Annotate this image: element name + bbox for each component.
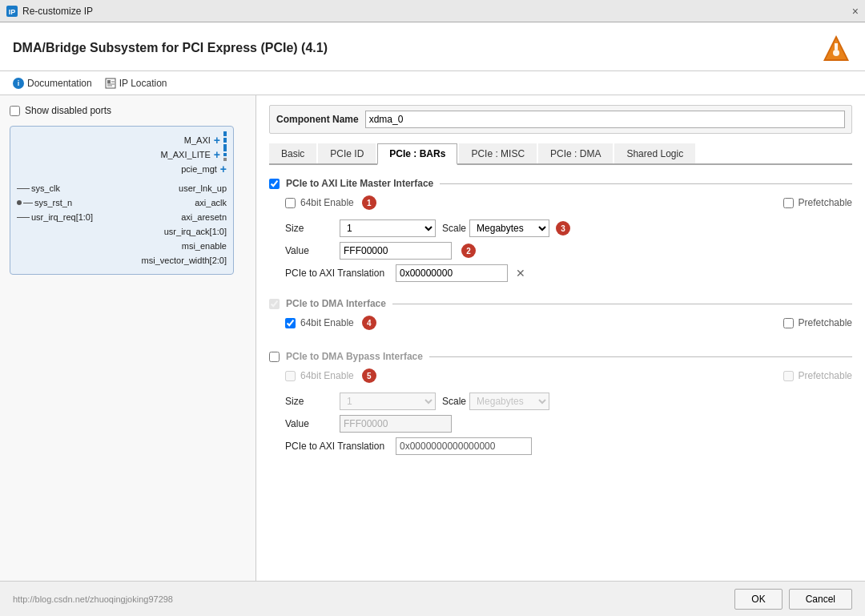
pci-bypass-content: 64bit Enable 5 Prefetchable Size 1 [285, 368, 852, 455]
tab-basic[interactable]: Basic [269, 143, 316, 163]
component-name-row: Component Name [269, 105, 852, 134]
pci-to-dma-header: PCIe to DMA Interface [269, 298, 852, 309]
pci-to-axi-translation-clear[interactable]: ✕ [514, 267, 527, 280]
pci-to-axi-size-row: Size 1248 Scale Kilobytes Megabytes Giga… [285, 219, 852, 237]
title-bar: IP Re-customize IP × [0, 0, 865, 22]
pci-to-axi-scale-label: Scale [442, 223, 466, 234]
documentation-link[interactable]: i Documentation [13, 78, 92, 89]
pci-bypass-title: PCIe to DMA Bypass Interface [286, 351, 423, 362]
cancel-button[interactable]: Cancel [789, 589, 852, 610]
pci-to-axi-value-input[interactable] [340, 242, 452, 260]
block-diagram: M_AXI + M_AXI_LITE + [10, 126, 234, 275]
pci-to-axi-section: PCIe to AXI Lite Master Interface 64bit … [269, 175, 852, 295]
component-name-input[interactable] [365, 111, 845, 128]
pci-to-dma-checkboxes: 64bit Enable 4 Prefetchable [285, 316, 852, 335]
tab-pcie-misc[interactable]: PCIe : MISC [459, 143, 537, 163]
svg-text:IP: IP [9, 8, 16, 16]
svg-rect-5 [835, 43, 838, 50]
pci-to-axi-enable-checkbox[interactable] [269, 179, 280, 189]
show-disabled-label: Show disabled ports [25, 105, 111, 116]
signal-row-pcie-mgt: pcie_mgt + [17, 162, 227, 176]
pci-bypass-translation-row: PCIe to AXI Translation [285, 437, 852, 455]
bottom-bar: http://blog.csdn.net/zhuoqingjoking97298… [0, 581, 865, 616]
pci-to-axi-64bit-checkbox[interactable] [285, 198, 296, 208]
pci-bypass-size-row: Size 1 Scale Kilobytes Megabytes Gigabyt… [285, 393, 852, 410]
pci-to-axi-size-select[interactable]: 1248 [340, 219, 436, 237]
pci-bypass-scale-row: Scale Kilobytes Megabytes Gigabytes [442, 393, 549, 410]
pci-bypass-64bit-checkbox[interactable] [285, 371, 296, 381]
pci-bypass-size-label: Size [285, 396, 333, 407]
toolbar: i Documentation IP Location [0, 71, 865, 95]
pci-to-axi-divider [440, 183, 852, 184]
pci-to-axi-translation-label: PCIe to AXI Translation [285, 268, 389, 279]
m-axi-plus[interactable]: + [214, 134, 220, 147]
show-disabled-checkbox[interactable] [10, 106, 20, 116]
pcie-mgt-plus[interactable]: + [220, 163, 227, 175]
m-axi-lite-plus[interactable]: + [214, 148, 220, 161]
pci-bypass-translation-input[interactable] [396, 437, 532, 455]
vivado-logo-icon [820, 32, 852, 64]
signal-row-msi-vector: msi_vector_width[2:0] [17, 253, 227, 268]
usr-irq-label: usr_irq_req[1:0] [31, 212, 93, 222]
pci-to-dma-enable-checkbox[interactable] [269, 299, 280, 309]
pci-bypass-value-input[interactable] [340, 415, 452, 433]
pci-bypass-prefetchable-checkbox[interactable] [783, 371, 794, 381]
pci-bypass-scale-label: Scale [442, 396, 466, 407]
pci-to-axi-64bit-row: 64bit Enable 1 [285, 195, 376, 210]
pci-bypass-scale-select[interactable]: Kilobytes Megabytes Gigabytes [469, 393, 549, 410]
pci-to-axi-content: 64bit Enable 1 Prefetchable Size 1248 [285, 195, 852, 282]
pci-to-dma-content: 64bit Enable 4 Prefetchable [285, 316, 852, 335]
pci-to-axi-size-label: Size [285, 223, 333, 234]
pci-bypass-size-select[interactable]: 1 [340, 393, 436, 410]
pci-bypass-checkboxes: 64bit Enable 5 Prefetchable [285, 368, 852, 388]
status-link[interactable]: http://blog.csdn.net/zhuoqingjoking97298 [13, 594, 173, 604]
badge-3: 3 [556, 221, 570, 236]
axi-aresetn-label: axi_aresetn [181, 212, 227, 222]
pci-to-axi-translation-input[interactable] [396, 264, 508, 282]
pci-bypass-prefetchable-label: Prefetchable [799, 370, 852, 381]
tab-pcie-bars[interactable]: PCIe : BARs [377, 143, 457, 165]
sys-rst-label: sys_rst_n [34, 198, 72, 207]
pci-to-axi-checkboxes: 64bit Enable 1 Prefetchable [285, 195, 852, 215]
app-icon: IP [6, 6, 18, 17]
badge-2: 2 [461, 244, 476, 258]
pci-bypass-divider [429, 356, 852, 357]
pci-bypass-enable-checkbox[interactable] [269, 352, 280, 362]
pci-to-axi-prefetchable-checkbox[interactable] [783, 198, 794, 208]
m-axi-label: M_AXI [184, 135, 211, 145]
pci-to-dma-64bit-row: 64bit Enable 4 [285, 316, 376, 330]
pci-to-dma-64bit-checkbox[interactable] [285, 318, 296, 328]
m-axi-lite-label: M_AXI_LITE [160, 150, 210, 159]
info-icon: i [13, 78, 24, 89]
pci-bypass-prefetchable-row: Prefetchable [783, 370, 852, 381]
ip-location-link[interactable]: IP Location [105, 78, 167, 89]
badge-5: 5 [362, 368, 376, 383]
tab-shared-logic[interactable]: Shared Logic [614, 143, 695, 163]
pci-bypass-64bit-label: 64bit Enable [300, 370, 354, 381]
pci-bypass-section: PCIe to DMA Bypass Interface 64bit Enabl… [269, 348, 852, 468]
documentation-label: Documentation [27, 78, 92, 89]
pci-bypass-value-label: Value [285, 418, 333, 429]
tab-pcie-dma[interactable]: PCIe : DMA [538, 143, 613, 163]
pci-to-dma-section: PCIe to DMA Interface 64bit Enable 4 Pre… [269, 295, 852, 348]
pci-bypass-value-row: Value [285, 415, 852, 433]
location-icon [105, 78, 116, 89]
pci-bypass-translation-label: PCIe to AXI Translation [285, 441, 389, 452]
tabs-container: Basic PCIe ID PCIe : BARs PCIe : MISC PC… [269, 143, 852, 165]
tab-pcie-id[interactable]: PCIe ID [318, 143, 376, 163]
ip-location-label: IP Location [119, 78, 167, 89]
close-button[interactable]: × [852, 5, 859, 18]
badge-1: 1 [362, 195, 376, 210]
irq-ack-label: usr_irq_ack[1:0] [164, 227, 227, 236]
msi-enable-label: msi_enable [182, 241, 227, 251]
pci-to-axi-scale-select[interactable]: Kilobytes Megabytes Gigabytes [469, 219, 549, 237]
pci-to-dma-prefetchable-checkbox[interactable] [783, 318, 794, 328]
axi-aclk-label: axi_aclk [195, 198, 227, 207]
pci-to-dma-64bit-label: 64bit Enable [300, 317, 354, 328]
svg-rect-7 [107, 80, 111, 83]
title-bar-text: Re-customize IP [22, 6, 93, 17]
badge-4: 4 [362, 316, 376, 330]
pci-to-dma-prefetchable-row: Prefetchable [783, 317, 852, 328]
ok-button[interactable]: OK [734, 589, 782, 610]
left-panel: Show disabled ports M_AXI + [0, 95, 256, 586]
